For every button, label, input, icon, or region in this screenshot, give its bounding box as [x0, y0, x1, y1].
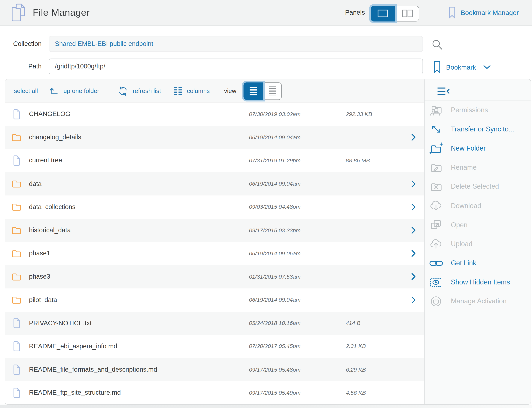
file-date: 09/03/2015 04:48pm — [249, 195, 301, 219]
open-folder-chevron-icon[interactable] — [411, 126, 418, 149]
search-icon[interactable] — [432, 39, 443, 50]
file-row[interactable]: README_ebi_aspera_info.md07/20/2017 05:4… — [5, 335, 424, 358]
open-folder-chevron-icon[interactable] — [411, 242, 418, 265]
bookmark-dropdown[interactable]: Bookmark — [434, 60, 491, 74]
file-size: – — [346, 126, 349, 149]
select-all-label: select all — [14, 87, 38, 94]
list-view-button[interactable] — [243, 82, 263, 100]
link-icon — [429, 257, 444, 270]
new-folder-icon — [429, 142, 444, 155]
file-date: 07/30/2019 03:02am — [249, 102, 301, 126]
open-folder-chevron-icon[interactable] — [411, 195, 418, 219]
file-name[interactable]: phase1 — [29, 242, 50, 265]
open-folder-chevron-icon[interactable] — [411, 288, 418, 312]
open-folder-chevron-icon[interactable] — [411, 172, 418, 195]
folder-icon — [12, 265, 21, 288]
panels-toggle — [371, 6, 419, 22]
sidebar-item-transfer-or-sync-to[interactable]: Transfer or Sync to... — [425, 120, 531, 139]
open-icon — [429, 218, 444, 231]
file-manager-logo-icon — [11, 3, 28, 22]
sidebar-item-rename: Rename — [425, 158, 531, 177]
view-toggle — [244, 83, 282, 100]
file-row[interactable]: CHANGELOG07/30/2019 03:02am292.33 KB — [5, 102, 424, 126]
sidebar-actions: PermissionsTransfer or Sync to...New Fol… — [425, 101, 531, 311]
sidebar-item-show-hidden-items[interactable]: Show Hidden Items — [425, 273, 531, 292]
file-row[interactable]: data_collections09/03/2015 04:48pm– — [5, 195, 424, 219]
file-row[interactable]: phase301/31/2015 07:53am– — [5, 265, 424, 288]
file-name[interactable]: README_file_formats_and_descriptions.md — [29, 358, 157, 381]
file-size: – — [346, 219, 349, 242]
columns-icon — [173, 86, 183, 95]
file-row[interactable]: README_ftp_site_structure.md09/17/2015 0… — [5, 381, 424, 404]
sidebar-item-label: Get Link — [451, 259, 476, 267]
file-date: 07/20/2017 05:45pm — [249, 335, 301, 358]
select-all-button[interactable]: select all — [14, 79, 38, 102]
file-row[interactable]: current.tree07/31/2019 01:29pm88.86 MB — [5, 149, 424, 172]
file-date: 05/24/2018 10:16am — [249, 311, 301, 335]
single-panel-icon — [370, 6, 395, 21]
up-one-folder-icon — [50, 86, 59, 95]
sidebar-item-download: Download — [425, 196, 531, 215]
file-size: 292.33 KB — [346, 102, 372, 126]
file-row[interactable]: changelog_details06/19/2014 09:04am– — [5, 126, 424, 149]
refresh-list-button[interactable]: refresh list — [118, 79, 161, 102]
file-size: – — [346, 195, 349, 219]
file-row[interactable]: pilot_data06/19/2014 09:04am– — [5, 288, 424, 312]
main-panel: select all up one folder refresh list co… — [5, 79, 531, 404]
file-date: 06/19/2014 09:04am — [249, 126, 301, 149]
path-input[interactable] — [49, 59, 423, 74]
upload-icon — [429, 238, 444, 250]
file-name[interactable]: current.tree — [29, 149, 62, 172]
sidebar-item-label: Rename — [451, 163, 476, 171]
folder-icon — [12, 126, 21, 149]
sidebar-item-label: Show Hidden Items — [451, 279, 510, 286]
sidebar-item-manage-activation: Manage Activation — [425, 292, 531, 311]
compact-view-button[interactable] — [263, 83, 281, 99]
file-date: 09/17/2015 05:49pm — [249, 381, 301, 404]
bookmark-label: Bookmark — [446, 63, 476, 71]
file-row[interactable]: phase106/19/2014 09:06am– — [5, 242, 424, 265]
sidebar-item-new-folder[interactable]: New Folder — [425, 139, 531, 158]
file-name[interactable]: CHANGELOG — [29, 102, 70, 126]
folder-icon — [12, 288, 21, 312]
bookmark-manager-link[interactable]: Bookmark Manager — [448, 0, 519, 25]
file-size: 88.86 MB — [346, 149, 370, 172]
file-name[interactable]: README_ebi_aspera_info.md — [29, 335, 117, 358]
file-name[interactable]: data_collections — [29, 195, 75, 219]
collapse-sidebar-icon[interactable] — [437, 87, 450, 96]
file-name[interactable]: phase3 — [29, 265, 50, 288]
file-date: 01/31/2015 07:53am — [249, 265, 301, 288]
file-row[interactable]: data06/19/2014 09:04am– — [5, 172, 424, 195]
chevron-down-icon — [483, 65, 491, 69]
open-folder-chevron-icon[interactable] — [411, 265, 418, 288]
columns-button[interactable]: columns — [173, 79, 210, 102]
sidebar-item-label: Transfer or Sync to... — [451, 125, 514, 133]
dual-panel-icon — [396, 6, 419, 21]
file-name[interactable]: historical_data — [29, 219, 71, 242]
collection-label: Collection — [0, 40, 42, 48]
transfer-icon — [429, 123, 444, 135]
dual-panel-button[interactable] — [396, 6, 419, 21]
file-name[interactable]: README_ftp_site_structure.md — [29, 381, 121, 404]
file-name[interactable]: changelog_details — [29, 126, 81, 149]
file-icon — [12, 311, 21, 335]
single-panel-button[interactable] — [370, 6, 395, 21]
file-row[interactable]: historical_data09/17/2015 03:33pm– — [5, 219, 424, 242]
up-one-folder-button[interactable]: up one folder — [50, 79, 99, 102]
bookmark-manager-label: Bookmark Manager — [461, 9, 519, 17]
open-folder-chevron-icon[interactable] — [411, 219, 418, 242]
bookmark-icon — [448, 6, 456, 19]
file-name[interactable]: data — [29, 172, 42, 195]
folder-icon — [12, 242, 21, 265]
collection-input[interactable] — [49, 36, 423, 52]
sidebar-item-label: New Folder — [451, 144, 486, 152]
sidebar-item-label: Permissions — [451, 106, 488, 114]
compact-view-icon — [263, 83, 281, 99]
file-name[interactable]: pilot_data — [29, 288, 57, 312]
file-row[interactable]: README_file_formats_and_descriptions.md0… — [5, 358, 424, 381]
file-row[interactable]: PRIVACY-NOTICE.txt05/24/2018 10:16am414 … — [5, 311, 424, 335]
file-name[interactable]: PRIVACY-NOTICE.txt — [29, 311, 92, 335]
sidebar-item-upload: Upload — [425, 234, 531, 254]
sidebar-item-get-link[interactable]: Get Link — [425, 254, 531, 273]
file-date: 09/17/2015 03:33pm — [249, 219, 301, 242]
